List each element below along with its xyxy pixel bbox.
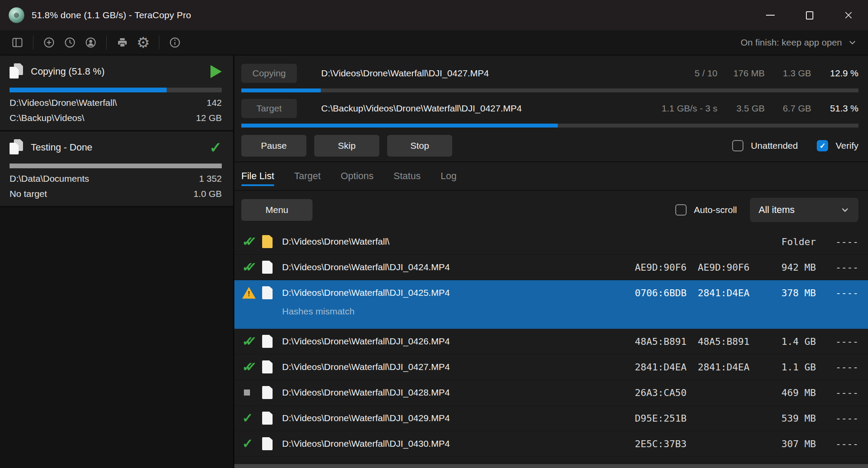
source-chip[interactable]: Copying [241, 64, 297, 83]
file-flags: ---- [816, 262, 858, 273]
task-path-row: C:\Backup\Videos\12 GB [10, 113, 222, 123]
source-hash: AE9D:90F6 [621, 262, 687, 273]
file-icon [262, 335, 273, 348]
on-finish-dropdown[interactable]: On finish: keep app open [740, 37, 857, 48]
window-controls [751, 0, 868, 30]
menu-button[interactable]: Menu [241, 199, 312, 221]
file-flags: ---- [816, 288, 858, 298]
file-percent: 12.9 % [811, 68, 858, 79]
task-path: C:\Backup\Videos\ [10, 113, 84, 123]
task-item[interactable]: Copying (51.8 %) D:\Videos\Drone\Waterfa… [0, 56, 233, 131]
file-list-toolbar: Menu ✓ Auto-scroll All items [234, 191, 868, 229]
tab-log[interactable]: Log [441, 162, 457, 190]
tab-file-list[interactable]: File List [241, 162, 274, 190]
file-flags: ---- [816, 413, 858, 424]
source-progressbar [241, 88, 858, 92]
maximize-button[interactable] [790, 0, 829, 30]
target-hash: 2841:D4EA [687, 362, 750, 373]
stop-button[interactable]: Stop [387, 135, 452, 157]
print-icon[interactable] [112, 33, 133, 52]
source-hash: 26A3:CA50 [621, 387, 687, 398]
file-copied-size: 176 MB [717, 68, 765, 79]
file-path: D:\Videos\Drone\Waterfall\DJI_0424.MP4 [282, 262, 621, 272]
target-hash: 2841:D4EA [687, 288, 750, 298]
file-size: 469 MB [750, 387, 816, 398]
file-row[interactable]: ✓✓ D:\Videos\Drone\Waterfall\ Folder ---… [234, 229, 868, 255]
minimize-icon [766, 15, 775, 16]
horizontal-scrollbar[interactable] [234, 464, 868, 468]
source-hash: D95E:251B [621, 413, 687, 424]
file-flags: ---- [816, 336, 858, 347]
on-finish-label: On finish: keep app open [740, 37, 842, 48]
main-toolbar: ⚙ On finish: keep app open [0, 30, 868, 56]
copy-task-icon [10, 63, 24, 80]
file-row[interactable]: ✓ D:\Videos\Drone\Waterfall\DJI_0430.MP4… [234, 431, 868, 457]
actions-row: Pause Skip Stop ✓ Unattended ✓ Verify [241, 133, 858, 161]
settings-gear-icon[interactable]: ⚙ [133, 33, 154, 52]
task-item[interactable]: Testing - Done ✓ D:\Data\Documents1 352N… [0, 131, 233, 207]
skip-button[interactable]: Skip [314, 135, 379, 157]
task-progressbar [10, 88, 222, 92]
task-value: 142 [207, 98, 222, 108]
target-chip[interactable]: Target [241, 99, 297, 118]
autoscroll-checkbox[interactable]: ✓ [675, 204, 687, 216]
tab-options[interactable]: Options [341, 162, 374, 190]
tab-target[interactable]: Target [294, 162, 321, 190]
check-icon: ✓ [210, 140, 222, 155]
minimize-button[interactable] [751, 0, 790, 30]
file-row[interactable]: ✓✓ D:\Videos\Drone\Waterfall\DJI_0426.MP… [234, 329, 868, 354]
double-check-icon: ✓✓ [242, 335, 256, 348]
source-hash: 0706:6BDB [621, 288, 687, 298]
filter-value: All items [759, 204, 795, 216]
files-count: 5 / 10 [626, 68, 717, 79]
tab-status[interactable]: Status [394, 162, 421, 190]
file-row[interactable]: ✓✓ D:\Videos\Drone\Waterfall\DJI_0424.MP… [234, 255, 868, 280]
task-value: 12 GB [196, 113, 222, 123]
file-size: Folder [750, 236, 816, 247]
user-icon[interactable] [80, 33, 101, 52]
main-panel: Copying D:\Videos\Drone\Waterfall\DJI_04… [234, 56, 868, 468]
total-percent: 51.3 % [811, 103, 858, 114]
source-row: Copying D:\Videos\Drone\Waterfall\DJI_04… [241, 62, 858, 84]
play-icon [210, 65, 222, 78]
info-icon[interactable] [164, 33, 185, 52]
total-size: 6.7 GB [765, 103, 811, 114]
verify-checkbox[interactable]: ✓ [817, 140, 828, 151]
teracopy-window: 51.8% done (1.1 GB/s) - TeraCopy Pro ⚙ [0, 0, 868, 468]
file-path: D:\Videos\Drone\Waterfall\DJI_0425.MP4 [282, 288, 621, 298]
task-path-row: D:\Videos\Drone\Waterfall\142 [10, 98, 222, 108]
file-row[interactable]: ✓✓ D:\Videos\Drone\Waterfall\DJI_0427.MP… [234, 354, 868, 380]
chevron-down-icon [840, 205, 850, 215]
file-icon [262, 261, 273, 274]
copy-task-icon [10, 139, 24, 156]
task-path: No target [10, 189, 47, 199]
panel-toggle-icon[interactable] [7, 33, 28, 52]
file-flags: ---- [816, 362, 858, 373]
file-row[interactable]: ✓ D:\Videos\Drone\Waterfall\DJI_0429.MP4… [234, 406, 868, 431]
task-value: 1 352 [199, 173, 222, 184]
folder-icon [262, 235, 273, 248]
content-area: Copying (51.8 %) D:\Videos\Drone\Waterfa… [0, 56, 868, 468]
add-task-icon[interactable] [39, 33, 59, 52]
file-path: D:\Videos\Drone\Waterfall\DJI_0427.MP4 [282, 362, 621, 372]
task-path: D:\Data\Documents [10, 173, 89, 184]
verify-label: Verify [835, 141, 858, 151]
file-list: ✓✓ D:\Videos\Drone\Waterfall\ Folder ---… [234, 229, 868, 464]
queued-icon [244, 389, 250, 396]
unattended-checkbox[interactable]: ✓ [732, 140, 743, 151]
close-button[interactable] [829, 0, 868, 30]
file-row[interactable]: ! D:\Videos\Drone\Waterfall\DJI_0425.MP4… [234, 280, 868, 329]
filter-dropdown[interactable]: All items [750, 198, 858, 222]
history-icon[interactable] [59, 33, 80, 52]
file-flags: ---- [816, 236, 858, 247]
chevron-down-icon [848, 38, 857, 47]
pause-button[interactable]: Pause [241, 135, 306, 157]
file-size: 1.4 GB [750, 336, 816, 347]
file-flags: ---- [816, 439, 858, 449]
file-path: D:\Videos\Drone\Waterfall\ [282, 236, 621, 247]
file-icon [262, 412, 273, 425]
speed-eta: 1.1 GB/s - 3 s [626, 103, 717, 114]
double-check-icon: ✓✓ [242, 261, 256, 274]
task-title: Testing - Done [31, 142, 92, 153]
file-row[interactable]: D:\Videos\Drone\Waterfall\DJI_0428.MP4 2… [234, 380, 868, 406]
